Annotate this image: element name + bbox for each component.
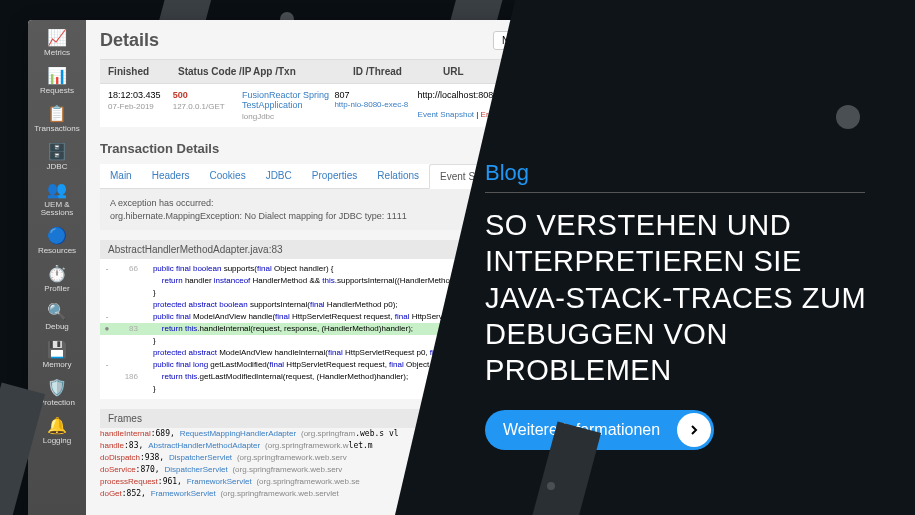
profiler-icon: ⏱️ — [47, 263, 67, 283]
sidebar-item-resources[interactable]: 🔵Resources — [28, 222, 86, 258]
requests-icon: 📊 — [47, 65, 67, 85]
tab-cookies[interactable]: Cookies — [200, 164, 256, 188]
tab-properties[interactable]: Properties — [302, 164, 368, 188]
metrics-icon: 📈 — [47, 27, 67, 47]
tab-headers[interactable]: Headers — [142, 164, 200, 188]
thread-link[interactable]: http-nio-8080-exec-8 — [334, 100, 417, 109]
finished-date: 07-Feb-2019 — [108, 102, 173, 111]
sidebar-item-label: Profiler — [44, 285, 69, 293]
sidebar-item-label: UEM & Sessions — [28, 201, 86, 217]
finished-time: 18:12:03.435 — [108, 90, 173, 100]
sidebar-item-memory[interactable]: 💾Memory — [28, 336, 86, 372]
status-ip: 127.0.0.1/GET — [173, 102, 242, 111]
tab-relations[interactable]: Relations — [367, 164, 429, 188]
divider — [485, 192, 865, 193]
memory-icon: 💾 — [47, 339, 67, 359]
sidebar-item-label: Protection — [39, 399, 75, 407]
sidebar-item-requests[interactable]: 📊Requests — [28, 62, 86, 98]
jdbc-icon: 🗄️ — [47, 141, 67, 161]
col-finished: Finished — [108, 66, 178, 77]
sidebar-item-label: Memory — [43, 361, 72, 369]
sidebar-item-label: Transactions — [34, 125, 80, 133]
sidebar-item-debug[interactable]: 🔍Debug — [28, 298, 86, 334]
sidebar-item-label: Requests — [40, 87, 74, 95]
sidebar-item-label: Logging — [43, 437, 71, 445]
col-app: App /Txn — [253, 66, 353, 77]
app-link[interactable]: FusionReactor Spring TestApplication — [242, 90, 334, 110]
arrow-right-icon — [677, 413, 711, 447]
tab-jdbc[interactable]: JDBC — [256, 164, 302, 188]
sidebar-item-profiler[interactable]: ⏱️Profiler — [28, 260, 86, 296]
col-id: ID /Thread — [353, 66, 443, 77]
sidebar: 📈Metrics📊Requests📋Transactions🗄️JDBC👥UEM… — [28, 20, 86, 515]
txn-name: longJdbc — [242, 112, 334, 121]
protection-icon: 🛡️ — [47, 377, 67, 397]
transactions-icon: 📋 — [47, 103, 67, 123]
sidebar-item-transactions[interactable]: 📋Transactions — [28, 100, 86, 136]
debug-icon: 🔍 — [47, 301, 67, 321]
decor-dot — [547, 482, 555, 490]
status-code: 500 — [173, 90, 242, 100]
sidebar-item-label: Resources — [38, 247, 76, 255]
request-id: 807 — [334, 90, 417, 100]
sidebar-item-jdbc[interactable]: 🗄️JDBC — [28, 138, 86, 174]
headline: SO VERSTEHEN UND INTERPRETIEREN SIE JAVA… — [485, 207, 875, 388]
more-info-button[interactable]: Weitere Informationen — [485, 410, 714, 450]
event-snapshot-link[interactable]: Event Snapshot — [418, 110, 474, 119]
logging-icon: 🔔 — [47, 415, 67, 435]
sidebar-item-label: Debug — [45, 323, 69, 331]
col-status: Status Code /IP — [178, 66, 253, 77]
blog-label: Blog — [485, 160, 875, 186]
resources-icon: 🔵 — [47, 225, 67, 245]
page-title: Details — [100, 30, 159, 51]
decor-dot — [836, 105, 860, 129]
tab-main[interactable]: Main — [100, 164, 142, 188]
sidebar-item-metrics[interactable]: 📈Metrics — [28, 24, 86, 60]
sidebar-item-label: JDBC — [47, 163, 68, 171]
sidebar-item-uem-sessions[interactable]: 👥UEM & Sessions — [28, 176, 86, 220]
sidebar-item-label: Metrics — [44, 49, 70, 57]
uem & sessions-icon: 👥 — [47, 179, 67, 199]
